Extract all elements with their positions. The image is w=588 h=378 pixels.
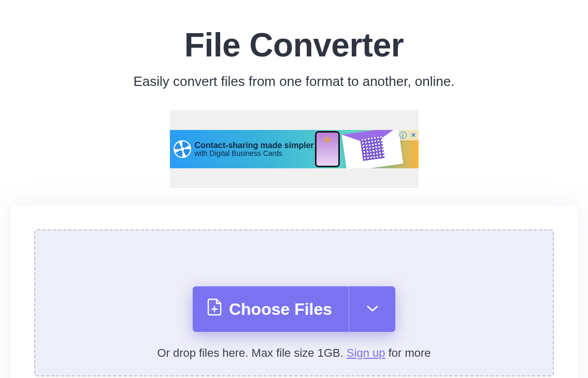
ad-subhead: with Digital Business Cards <box>195 150 314 157</box>
fan-icon <box>173 140 192 158</box>
choose-files-group: Choose Files <box>193 286 395 332</box>
ad-info-icon[interactable]: i <box>398 130 408 140</box>
ad-card-graphic <box>341 130 403 168</box>
chevron-down-icon <box>367 305 378 314</box>
ad-banner[interactable]: Contact-sharing made simpler with Digita… <box>170 130 419 168</box>
file-dropzone[interactable]: Choose Files Or drop files here. Max fil… <box>34 229 554 376</box>
converter-card: Choose Files Or drop files here. Max fil… <box>10 206 578 378</box>
signup-link[interactable]: Sign up <box>347 346 385 359</box>
file-plus-icon <box>207 298 222 320</box>
ad-slot: Contact-sharing made simpler with Digita… <box>170 110 419 188</box>
choose-files-button[interactable]: Choose Files <box>193 286 349 332</box>
page-title: File Converter <box>184 26 404 64</box>
qr-icon <box>360 136 384 161</box>
choose-files-label: Choose Files <box>229 300 332 319</box>
choose-files-dropdown[interactable] <box>349 286 395 332</box>
svg-point-1 <box>180 148 184 151</box>
dropzone-hint-prefix: Or drop files here. Max file size 1GB. <box>157 346 347 359</box>
ad-copy: Contact-sharing made simpler with Digita… <box>195 141 314 158</box>
ad-headline: Contact-sharing made simpler <box>195 141 314 150</box>
page-subtitle: Easily convert files from one format to … <box>134 74 455 90</box>
ad-close-icon[interactable]: ✕ <box>408 130 419 140</box>
dropzone-hint-suffix: for more <box>385 346 431 359</box>
ad-phone-graphic <box>315 131 340 167</box>
dropzone-hint: Or drop files here. Max file size 1GB. S… <box>157 346 431 360</box>
